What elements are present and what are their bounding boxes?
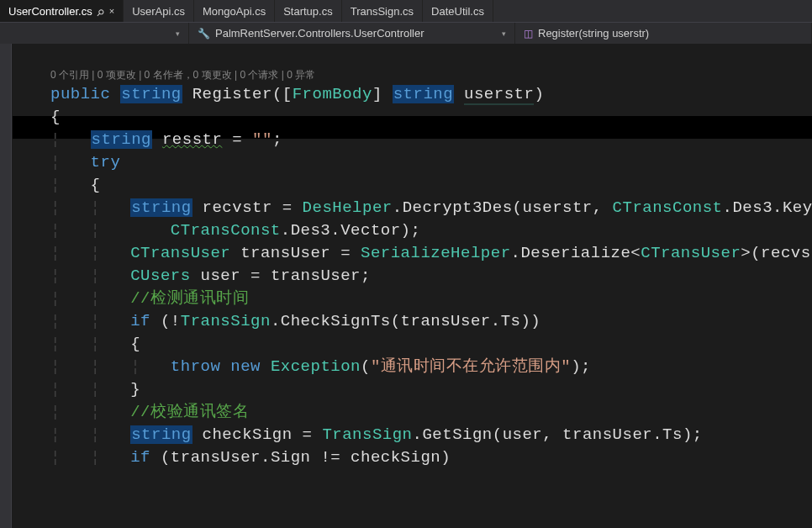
code-content: 0 个引用 | 0 项更改 | 0 名作者，0 项更改 | 0 个请求 | 0 … xyxy=(12,44,812,515)
code-line: ¦ ¦ //检测通讯时间 xyxy=(12,288,812,310)
nav-project-dropdown[interactable]: ▾ xyxy=(0,23,189,44)
code-line: ¦ ¦ CTransConst.Des3.Vector); xyxy=(12,219,812,242)
nav-class-label: PalmRentServer.Controllers.UserControlle… xyxy=(215,27,424,40)
tab-label: UserController.cs xyxy=(8,5,92,18)
tab-label: MongoApi.cs xyxy=(203,5,266,18)
tab-label: TransSign.cs xyxy=(351,5,414,18)
tab-label: DateUtil.cs xyxy=(431,5,484,18)
code-line: ¦ ¦ { xyxy=(12,333,812,356)
code-line: ¦ ¦ if (transUser.Sign != checkSign) xyxy=(12,446,812,469)
nav-breadcrumb: ▾ 🔧 PalmRentServer.Controllers.UserContr… xyxy=(0,22,812,44)
tab-transsign[interactable]: TransSign.cs xyxy=(342,0,423,22)
code-line: ¦ ¦ } xyxy=(12,378,812,401)
tab-usercontroller[interactable]: UserController.cs ⚲ × xyxy=(0,0,124,22)
code-line: ¦ string resstr = ""; xyxy=(12,129,812,151)
code-line: ¦ try xyxy=(12,151,812,174)
code-line: ¦ ¦ CTransUser transUser = SerializeHelp… xyxy=(12,242,812,265)
tab-startup[interactable]: Startup.cs xyxy=(275,0,342,22)
code-line: ¦ ¦ CUsers user = transUser; xyxy=(12,265,812,288)
tab-label: Startup.cs xyxy=(283,5,333,18)
nav-class-dropdown[interactable]: 🔧 PalmRentServer.Controllers.UserControl… xyxy=(189,23,515,44)
tab-mongoapi[interactable]: MongoApi.cs xyxy=(194,0,275,22)
code-line: ¦ ¦ //校验通讯签名 xyxy=(12,401,812,424)
nav-member-label: Register(string userstr) xyxy=(538,27,649,40)
outline-margin xyxy=(0,44,12,528)
nav-member-dropdown[interactable]: ◫ Register(string userstr) xyxy=(515,23,812,44)
chevron-down-icon: ▾ xyxy=(166,29,180,38)
tab-label: UserApi.cs xyxy=(132,5,185,18)
file-tabstrip: UserController.cs ⚲ × UserApi.cs MongoAp… xyxy=(0,0,812,22)
code-line: ¦ { xyxy=(12,174,812,197)
code-line: public string Register([FromBody] string… xyxy=(12,83,812,106)
code-line: ¦ ¦ string recvstr = DesHelper.Decrypt3D… xyxy=(12,197,812,219)
tab-userapi[interactable]: UserApi.cs xyxy=(124,0,194,22)
code-line: ¦ ¦ string checkSign = TransSign.GetSign… xyxy=(12,424,812,446)
class-icon: 🔧 xyxy=(198,28,210,40)
method-icon: ◫ xyxy=(524,28,533,40)
code-editor[interactable]: 0 个引用 | 0 项更改 | 0 名作者，0 项更改 | 0 个请求 | 0 … xyxy=(0,44,812,528)
codelens-info[interactable]: 0 个引用 | 0 项更改 | 0 名作者，0 项更改 | 0 个请求 | 0 … xyxy=(50,66,812,83)
chevron-down-icon: ▾ xyxy=(492,29,506,38)
code-line: { xyxy=(12,106,812,129)
code-line: ¦ ¦ ¦ throw new Exception("通讯时间不在允许范围内")… xyxy=(12,356,812,378)
code-line: ¦ ¦ if (!TransSign.CheckSignTs(transUser… xyxy=(12,310,812,333)
tab-dateutil[interactable]: DateUtil.cs xyxy=(423,0,493,22)
